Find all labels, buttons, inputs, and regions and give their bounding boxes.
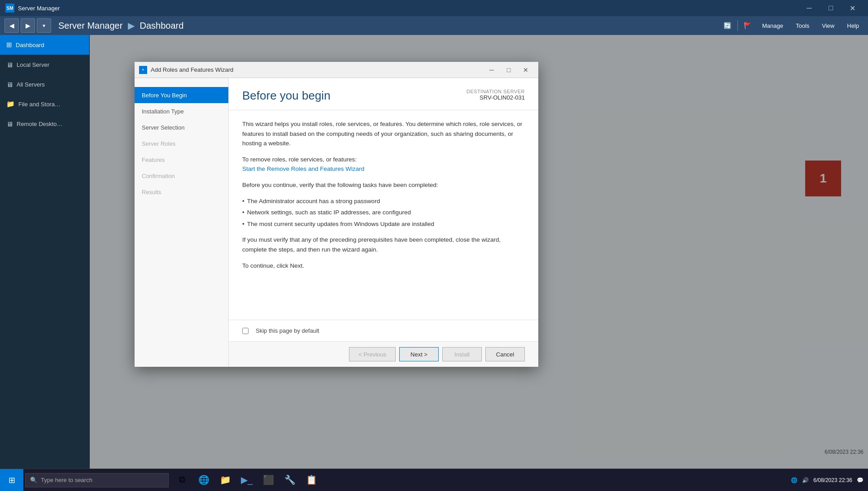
wizard-nav-features: Features	[135, 152, 228, 168]
wizard-nav-results: Results	[135, 184, 228, 200]
back-button[interactable]: ◀	[4, 18, 19, 33]
help-menu[interactable]: Help	[842, 21, 864, 31]
start-button[interactable]: ⊞	[0, 469, 23, 491]
server-manager-taskbar-icon: 📋	[306, 474, 317, 485]
bullet-dot-2: •	[242, 208, 244, 217]
edge-icon: 🌐	[198, 474, 209, 485]
taskbar-app-explorer[interactable]: 📁	[215, 470, 235, 490]
wizard-close-button[interactable]: ✕	[518, 63, 534, 77]
breadcrumb: Server Manager ▶ Dashboard	[58, 20, 183, 31]
all-servers-icon: 🖥	[6, 81, 13, 88]
wizard-nav-server-selection[interactable]: Server Selection	[135, 119, 228, 135]
wizard-para5: To continue, click Next.	[242, 261, 525, 271]
bullet-dot-1: •	[242, 196, 244, 206]
wizard-nav-confirmation: Confirmation	[135, 168, 228, 184]
breadcrumb-page: Dashboard	[140, 21, 184, 30]
wizard-para1: This wizard helps you install roles, rol…	[242, 119, 525, 148]
sidebar-label-local-server: Local Server	[17, 61, 49, 68]
tools-menu[interactable]: Tools	[791, 21, 814, 31]
sidebar-item-file-storage[interactable]: 📁 File and Stora…	[0, 94, 89, 114]
close-button[interactable]: ✕	[842, 0, 863, 16]
explorer-icon: 📁	[220, 474, 231, 485]
task-view-icon: ⧉	[179, 474, 185, 485]
dropdown-button[interactable]: ▼	[37, 18, 51, 33]
bullet-item-3: • The most current security updates from…	[242, 219, 525, 229]
bullet-item-2: • Network settings, such as static IP ad…	[242, 208, 525, 217]
powershell-icon: ⬛	[263, 474, 274, 485]
install-button[interactable]: Install	[442, 347, 482, 361]
minimize-button[interactable]: ─	[799, 0, 820, 16]
sidebar-label-remote-desktop: Remote Deskto…	[17, 121, 63, 127]
taskbar-app-task-view[interactable]: ⧉	[172, 470, 192, 490]
maximize-button[interactable]: □	[820, 0, 841, 16]
sidebar: ⊞ Dashboard 🖥 Local Server 🖥 All Servers…	[0, 35, 90, 469]
sidebar-item-local-server[interactable]: 🖥 Local Server	[0, 55, 89, 74]
forward-button[interactable]: ▶	[21, 18, 35, 33]
destination-server: DESTINATION SERVER SRV-OLIN02-031	[467, 89, 525, 101]
tray-chat-icon[interactable]: 💬	[857, 477, 864, 483]
taskbar-search-bar[interactable]: 🔍 Type here to search	[25, 473, 169, 487]
taskbar-tray: 🌐 🔊 6/08/2023 22:36 💬	[791, 477, 868, 483]
taskbar-app-server-manager[interactable]: 📋	[301, 470, 321, 490]
breadcrumb-app: Server Manager	[58, 21, 122, 30]
wizard-nav-before-you-begin[interactable]: Before You Begin	[135, 87, 228, 103]
taskbar-app-powershell[interactable]: ⬛	[258, 470, 278, 490]
remove-wizard-link[interactable]: Start the Remove Roles and Features Wiza…	[242, 165, 364, 172]
cancel-button[interactable]: Cancel	[485, 347, 525, 361]
wizard-content-header: Before you begin DESTINATION SERVER SRV-…	[229, 78, 538, 110]
skip-label[interactable]: Skip this page by default	[256, 327, 319, 334]
wizard-page-title: Before you begin	[242, 89, 331, 103]
wizard-content: Before you begin DESTINATION SERVER SRV-…	[229, 78, 538, 367]
server-manager-window: SM Server Manager ─ □ ✕ ◀ ▶ ▼ Server Man…	[0, 0, 868, 469]
breadcrumb-separator: ▶	[128, 21, 137, 30]
previous-button[interactable]: < Previous	[349, 347, 396, 361]
taskbar-app-tool1[interactable]: 🔧	[280, 470, 300, 490]
sidebar-item-dashboard[interactable]: ⊞ Dashboard	[0, 35, 89, 55]
taskbar: ⊞ 🔍 Type here to search ⧉ 🌐 📁 ▶_ ⬛ 🔧 📋 🌐…	[0, 469, 868, 491]
sidebar-item-all-servers[interactable]: 🖥 All Servers	[0, 74, 89, 94]
skip-checkbox[interactable]	[242, 328, 249, 334]
wizard-title-controls: ─ □ ✕	[484, 63, 534, 77]
main-content: ⊞ Dashboard 🖥 Local Server 🖥 All Servers…	[0, 35, 868, 469]
local-server-icon: 🖥	[6, 61, 13, 69]
sidebar-item-remote-desktop[interactable]: 🖥 Remote Deskto…	[0, 114, 89, 134]
bullet-item-1: • The Administrator account has a strong…	[242, 196, 525, 206]
wizard-title: Add Roles and Features Wizard	[151, 66, 484, 73]
file-storage-icon: 📁	[6, 100, 15, 108]
menu-bar: ◀ ▶ ▼ Server Manager ▶ Dashboard 🔄 🚩 Man…	[0, 16, 868, 35]
app-icon: SM	[5, 4, 14, 13]
taskbar-app-edge[interactable]: 🌐	[194, 470, 214, 490]
wizard-nav-server-roles: Server Roles	[135, 135, 228, 152]
refresh-icon[interactable]: 🔄	[721, 19, 734, 32]
wizard-para4: If you must verify that any of the prece…	[242, 235, 525, 254]
wizard-minimize-button[interactable]: ─	[484, 63, 500, 77]
search-icon: 🔍	[30, 477, 37, 483]
wizard-icon: +	[139, 66, 147, 74]
next-button[interactable]: Next >	[399, 347, 439, 361]
title-bar-title: Server Manager	[18, 5, 799, 12]
wizard-para3: Before you continue, verify that the fol…	[242, 180, 525, 190]
title-bar: SM Server Manager ─ □ ✕	[0, 0, 868, 16]
start-icon: ⊞	[9, 475, 15, 485]
wizard-maximize-button[interactable]: □	[501, 63, 517, 77]
tool1-icon: 🔧	[284, 474, 296, 485]
taskbar-app-terminal[interactable]: ▶_	[237, 470, 257, 490]
sidebar-label-dashboard: Dashboard	[16, 42, 44, 48]
dashboard-area: 1 6/08/2023 22:36 + Add Roles and Featur…	[90, 35, 868, 469]
wizard-main-text: This wizard helps you install roles, rol…	[229, 110, 538, 320]
manage-menu[interactable]: Manage	[758, 21, 788, 31]
remote-desktop-icon: 🖥	[6, 120, 13, 128]
wizard-footer: Skip this page by default	[229, 320, 538, 341]
tray-volume-icon[interactable]: 🔊	[802, 477, 809, 483]
menu-bar-right: 🔄 🚩 Manage Tools View Help	[721, 19, 864, 32]
wizard-nav: Before You Begin Installation Type Serve…	[135, 78, 229, 367]
tray-time: 6/08/2023 22:36	[813, 477, 852, 483]
wizard-nav-installation-type[interactable]: Installation Type	[135, 103, 228, 119]
wizard-para2: To remove roles, role services, or featu…	[242, 155, 525, 174]
bullet-dot-3: •	[242, 219, 244, 229]
tray-network-icon[interactable]: 🌐	[791, 477, 798, 483]
destination-label: DESTINATION SERVER	[467, 89, 525, 94]
view-menu[interactable]: View	[817, 21, 839, 31]
flag-icon[interactable]: 🚩	[742, 19, 754, 32]
bullet-list: • The Administrator account has a strong…	[242, 196, 525, 229]
